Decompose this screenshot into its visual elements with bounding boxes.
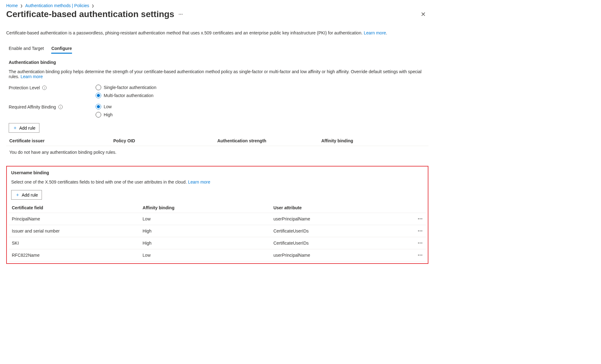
cell-cert-field: RFC822Name <box>12 253 142 258</box>
col-affinity-binding: Affinity binding <box>142 205 273 210</box>
add-rule-button-auth-binding[interactable]: ＋ Add rule <box>9 123 39 133</box>
auth-binding-desc-text: The authentication binding policy helps … <box>9 69 422 79</box>
col-certificate-field: Certificate field <box>12 205 142 210</box>
row-more-icon[interactable]: ··· <box>418 228 423 233</box>
table-row[interactable]: PrincipalName Low userPrincipalName ··· <box>9 213 426 225</box>
page-description: Certificate-based authentication is a pa… <box>6 30 428 35</box>
cell-affinity: High <box>142 241 273 246</box>
plus-icon: ＋ <box>13 125 17 131</box>
radio-icon <box>96 85 101 90</box>
radio-low[interactable]: Low <box>96 104 113 109</box>
auth-binding-table: Certificate issuer Policy OID Authentica… <box>6 136 428 158</box>
close-icon[interactable]: ✕ <box>418 9 428 19</box>
col-certificate-issuer: Certificate issuer <box>9 138 113 143</box>
username-binding-title: Username binding <box>9 170 426 175</box>
protection-level-label: Protection Level <box>9 85 40 90</box>
cell-cert-field: SKI <box>12 241 142 246</box>
radio-icon <box>96 112 101 118</box>
col-auth-strength: Authentication strength <box>217 138 321 143</box>
add-rule-button-username-binding[interactable]: ＋ Add rule <box>11 190 42 200</box>
table-row[interactable]: RFC822Name Low userPrincipalName ··· <box>9 249 426 261</box>
cell-cert-field: PrincipalName <box>12 216 142 221</box>
radio-low-label: Low <box>104 104 112 109</box>
auth-binding-empty: You do not have any authentication bindi… <box>6 146 428 158</box>
radio-single-factor-label: Single-factor authentication <box>104 85 156 90</box>
username-binding-desc: Select one of the X.509 certificates fie… <box>9 180 426 184</box>
breadcrumb: Home ❯ Authentication methods | Policies… <box>6 3 428 8</box>
radio-icon <box>96 93 101 98</box>
auth-binding-desc: The authentication binding policy helps … <box>6 69 428 79</box>
radio-multi-factor[interactable]: Multi-factor authentication <box>96 93 156 98</box>
learn-more-link[interactable]: Learn more <box>364 30 386 35</box>
period: . <box>386 30 387 35</box>
row-more-icon[interactable]: ··· <box>418 240 423 246</box>
table-row[interactable]: SKI High CertificateUserIDs ··· <box>9 237 426 249</box>
cell-user-attr: userPrincipalName <box>273 216 404 221</box>
page-title: Certificate-based authentication setting… <box>6 9 183 19</box>
cell-user-attr: userPrincipalName <box>273 253 404 258</box>
breadcrumb-auth-methods[interactable]: Authentication methods | Policies <box>25 3 89 8</box>
add-rule-label: Add rule <box>22 193 38 198</box>
table-row[interactable]: Issuer and serial number High Certificat… <box>9 225 426 237</box>
auth-binding-learn-more[interactable]: Learn more <box>20 74 43 79</box>
username-binding-desc-text: Select one of the X.509 certificates fie… <box>11 180 187 184</box>
username-binding-learn-more[interactable]: Learn more <box>188 180 210 184</box>
row-more-icon[interactable]: ··· <box>418 216 423 221</box>
radio-multi-factor-label: Multi-factor authentication <box>104 93 153 98</box>
cell-affinity: Low <box>142 216 273 221</box>
info-icon[interactable]: i <box>58 105 63 109</box>
cell-cert-field: Issuer and serial number <box>12 229 142 233</box>
tab-configure[interactable]: Configure <box>51 44 72 54</box>
cell-user-attr: CertificateUserIDs <box>273 229 404 233</box>
radio-high-label: High <box>104 112 113 117</box>
auth-binding-title: Authentication binding <box>6 60 428 65</box>
required-affinity-row: Required Affinity Binding i Low High <box>6 104 428 118</box>
col-affinity-binding: Affinity binding <box>321 138 425 143</box>
protection-level-row: Protection Level i Single-factor authent… <box>6 85 428 98</box>
radio-high[interactable]: High <box>96 112 113 118</box>
radio-single-factor[interactable]: Single-factor authentication <box>96 85 156 90</box>
plus-icon: ＋ <box>15 192 20 198</box>
info-icon[interactable]: i <box>42 86 47 90</box>
chevron-right-icon: ❯ <box>92 4 94 7</box>
more-icon[interactable]: ⋯ <box>178 12 183 17</box>
cell-affinity: High <box>142 229 273 233</box>
radio-icon <box>96 104 101 109</box>
page-title-text: Certificate-based authentication setting… <box>6 9 174 19</box>
cell-user-attr: CertificateUserIDs <box>273 241 404 246</box>
chevron-right-icon: ❯ <box>20 4 23 7</box>
tab-enable-target[interactable]: Enable and Target <box>9 44 44 54</box>
required-affinity-label: Required Affinity Binding <box>9 104 56 109</box>
row-more-icon[interactable]: ··· <box>418 252 423 258</box>
breadcrumb-home[interactable]: Home <box>6 3 18 8</box>
username-binding-table: Certificate field Affinity binding User … <box>9 203 426 261</box>
username-binding-section: Username binding Select one of the X.509… <box>6 166 428 264</box>
tabs: Enable and Target Configure <box>6 44 428 54</box>
description-text: Certificate-based authentication is a pa… <box>6 30 363 35</box>
col-policy-oid: Policy OID <box>113 138 217 143</box>
col-user-attribute: User attribute <box>273 205 404 210</box>
add-rule-label: Add rule <box>19 126 35 131</box>
cell-affinity: Low <box>142 253 273 258</box>
